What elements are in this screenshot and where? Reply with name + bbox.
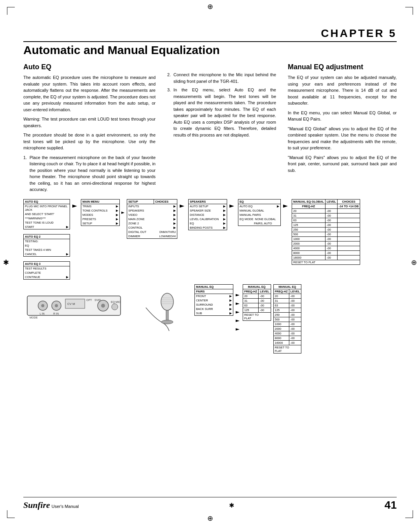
crop-mark-tr [405,7,413,15]
crop-mark-bl [7,510,15,518]
freq-cell: 125 [243,308,259,312]
choices-cell [338,232,360,236]
main-menu-title: MAIN MENU [81,200,119,204]
meqg-level2 [326,204,338,208]
eq-mode-pairs: PAIRS, AUTO [238,221,280,226]
auto-eq1-row1: PLUG MIC INTO FRONT PANEL JACK [24,204,70,212]
svg-marker-2 [180,205,184,208]
auto-eq1-title: AUTO EQ [24,200,70,204]
manual-eq-pairs-box: MANUAL EQ PAIRS FRONT ▶ CENTER ▶ SURROUN… [194,284,233,316]
arrow1 [72,199,79,209]
level-cell: -00 [289,336,301,340]
svg-point-8 [41,304,44,307]
table-row: 500-00 [273,317,301,322]
mic-illustration [144,284,191,336]
freq-cell: 4000 [273,331,289,336]
main-setup-row: MAIN MENU TRIMS ▶ TONE CONTROLS ▶ MODES … [81,199,177,242]
auto-eq3-row2: COMPLETE [24,271,70,275]
svg-marker-0 [72,205,77,208]
meqs-freq: FREQ-HZ [243,289,259,294]
table-row: 2000-00 [273,326,301,331]
footer-manual: User's Manual [51,504,79,509]
meqp-title: MANUAL EQ [195,285,233,289]
freq-cell: 20 [273,294,289,298]
svg-text:MODE: MODE [30,316,38,319]
auto-eq-heading: Auto EQ [23,63,156,71]
choices-cell [338,227,360,232]
crop-mark-tl [7,7,15,15]
svg-text:CV M: CV M [67,302,75,306]
arrow2 [180,199,186,209]
table-row: 500-00 [292,232,360,236]
manual-eq-global-col: MANUAL EQ GLOBAL LEVEL CHOICES FREQ-HZ -… [292,199,360,265]
svg-text:EQ MIC: EQ MIC [111,301,121,304]
svg-point-27 [161,320,173,324]
freq-cell: 1000 [273,322,289,326]
auto-eq3-continue: CONTINUE ▶ [24,275,70,279]
level-cell: -00 [289,312,301,317]
chapter-header: CHAPTER 5 [23,27,397,42]
setup-header: SETUP CHOICES [127,200,177,204]
auto-eq-step2: Connect the microphone to the Mic input … [167,72,276,84]
eq-menu-box: EQ AUTO EQ ▶ MANUAL GLOBAL MANUAL PAIRS … [238,199,281,226]
manual-eq-full-col: MANUAL EQ FREQ-HZ LEVEL 20-0031-0063-001… [273,284,302,354]
choices-cell [338,236,360,241]
footer-brand-area: Sunfire User's Manual [23,500,79,510]
meqf-freq: FREQ-HZ [273,289,289,294]
table-row: 20-00 [273,294,301,298]
auto-eq1-row4: TEST TONE IS LOUD [24,220,70,225]
meqp-center: CENTER ▶ [195,298,233,303]
spk-levelcal: LEVEL CALIBRATION ▶ [189,217,227,221]
speakers-col: SPEAKERS AUTO SETUP ▶ SPEAKER SIZE ▶ DIS… [188,199,227,233]
reg-mark-top: ⊕ [207,3,213,10]
auto-eq2-cancel: CANCEL ▶ [24,252,70,256]
level-cell: -00 [289,294,301,298]
level-cell: -00 [259,303,271,308]
choices-cell [338,208,360,213]
spk-eq: EQ ▶ [189,221,227,226]
speakers-box: SPEAKERS AUTO SETUP ▶ SPEAKER SIZE ▶ DIS… [188,199,227,230]
level-cell: -00 [326,255,338,260]
auto-eq1-row2: AND SELECT 'START' [24,212,70,216]
mm-tone: TONE CONTROLS ▶ [81,208,119,213]
meqg-freqhz: FREQ-HZ [292,204,326,208]
svg-marker-28 [236,294,240,296]
freq-cell: 8000 [273,336,289,340]
svg-marker-1 [121,212,124,214]
freq-cell: 63 [273,303,289,308]
freq-cell: 8000 [292,250,326,255]
svg-point-20 [112,304,118,310]
spk-autosetup: AUTO SETUP ▶ [189,204,227,208]
eq-menu-title: EQ [238,200,280,204]
main-menu-box: MAIN MENU TRIMS ▶ TONE CONTROLS ▶ MODES … [81,199,120,226]
svg-point-18 [101,304,105,308]
crop-mark-br [405,510,413,518]
freq-cell: 31 [292,213,326,218]
spk-size: SPEAKER SIZE ▶ [189,208,227,213]
choices-cell [338,241,360,246]
table-row: 250-00 [292,227,360,232]
freq-cell: 1000 [292,236,326,241]
svg-marker-4 [283,205,288,208]
table-row: 4000-00 [273,331,301,336]
table-row: 31-00 [243,298,271,303]
meqs-reset: RESET TOFLAT [243,312,271,320]
choices-cell [338,255,360,260]
manual-eq-full-table: MANUAL EQ FREQ-HZ LEVEL 20-0031-0063-001… [273,284,302,354]
auto-eq-para2: The procedure should be done in a quiet … [23,132,156,151]
auto-eq-box2: AUTO EQ 2 TESTING: EQ TEST TAKES 4 MIN C… [23,234,70,257]
manual-eq-para2: In the EQ menu, you can select Manual EQ… [288,110,397,122]
auto-eq2-row3: TEST TAKES 4 MIN [24,248,70,252]
svg-marker-3 [229,205,234,208]
footer: Sunfire User's Manual ✱ 41 [23,497,397,511]
footer-page-number: 41 [385,499,397,511]
manual-eq-small-table: MANUAL EQ FREQ-HZ LEVEL 20-0031-0063-001… [243,284,271,321]
meqg-col-freq: MANUAL EQ GLOBAL [292,199,326,204]
table-row: 8000-00 [273,336,301,340]
freq-cell: 2000 [273,326,289,331]
eq-menu-col: EQ AUTO EQ ▶ MANUAL GLOBAL MANUAL PAIRS … [238,199,281,229]
footer-asterisk: ✱ [229,502,234,509]
table-row: 20-00 [292,208,360,213]
table-row: 8000-00 [292,250,360,255]
svg-marker-31 [236,320,240,322]
